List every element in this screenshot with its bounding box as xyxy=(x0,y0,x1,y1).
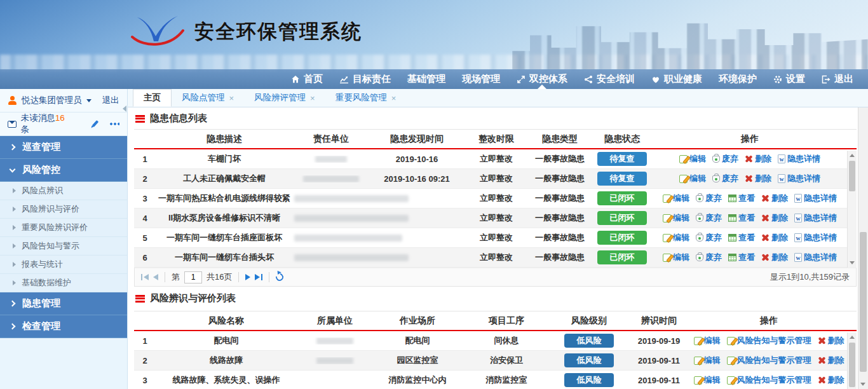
sidebar-subitem-risk-point[interactable]: 风险点辨识 xyxy=(0,182,127,200)
compose-pencil-icon[interactable] xyxy=(91,120,98,128)
view-link[interactable]: 查看 xyxy=(728,232,755,243)
close-icon[interactable]: × xyxy=(229,93,234,103)
page-scrollbar[interactable] xyxy=(858,107,868,389)
edit-link[interactable]: 编辑 xyxy=(663,212,689,224)
view-link[interactable]: 查看 xyxy=(728,212,755,224)
col-status: 隐患状态 xyxy=(592,133,653,145)
discard-link[interactable]: 废弃 xyxy=(696,212,722,224)
last-page-button[interactable] xyxy=(255,274,262,280)
sidebar-subitem-risk-identify[interactable]: 风险辨识与评价 xyxy=(0,200,127,219)
sidebar-logout-link[interactable]: 退出 xyxy=(102,95,119,106)
nav-item-base[interactable]: 基础管理 xyxy=(399,69,454,89)
scroll-thumb[interactable] xyxy=(849,161,855,191)
scroll-up-icon[interactable] xyxy=(848,333,857,341)
sidebar-subitem-reports[interactable]: 报表与统计 xyxy=(0,256,127,274)
delete-link[interactable]: 删除 xyxy=(818,374,844,386)
risk-notice-link[interactable]: 风险告知与警示管理 xyxy=(727,374,811,386)
edit-link[interactable]: 编辑 xyxy=(694,355,721,366)
nav-item-logout[interactable]: 退出 xyxy=(813,69,862,89)
risk-notice-link[interactable]: 风险告知与警示管理 xyxy=(727,335,811,346)
scroll-down-icon[interactable] xyxy=(848,259,857,267)
sidebar-item-risk-control[interactable]: 风险管控 xyxy=(0,159,127,182)
risk-notice-link[interactable]: 风险告知与警示管理 xyxy=(727,355,811,366)
edit-link[interactable]: 编辑 xyxy=(694,335,721,346)
delete-link[interactable]: 删除 xyxy=(818,335,844,346)
edit-link[interactable]: 编辑 xyxy=(679,153,706,165)
view-link[interactable]: 查看 xyxy=(728,193,755,204)
refresh-icon[interactable] xyxy=(275,272,285,283)
cell-unit-redacted xyxy=(293,215,369,222)
nav-item-site[interactable]: 现场管理 xyxy=(454,69,508,89)
edit-link[interactable]: 编辑 xyxy=(679,173,706,184)
nav-item-home[interactable]: 首页 xyxy=(283,69,331,89)
hazard-detail-link[interactable]: 隐患详情 xyxy=(794,232,837,243)
nav-item-target[interactable]: 目标责任 xyxy=(331,69,399,89)
close-icon[interactable]: × xyxy=(391,93,397,103)
hazard-detail-link[interactable]: 隐患详情 xyxy=(794,212,837,224)
user-dropdown-caret-icon[interactable] xyxy=(86,99,92,102)
document-icon xyxy=(778,154,785,163)
next-page-button[interactable] xyxy=(245,274,250,280)
risk-table-scrollbar[interactable] xyxy=(847,332,857,389)
status-badge: 已闭环 xyxy=(597,211,647,225)
nav-item-health[interactable]: 职业健康 xyxy=(643,69,710,89)
tab-risk-point[interactable]: 风险点管理× xyxy=(172,89,244,107)
delete-link[interactable]: 删除 xyxy=(761,232,788,243)
col-found-time: 隐患发现时间 xyxy=(369,133,465,145)
prev-page-button[interactable] xyxy=(153,274,158,280)
sidebar-item-inspection[interactable]: 检查管理 xyxy=(0,315,127,338)
tab-risk-identify[interactable]: 风险辨评管理× xyxy=(244,89,325,107)
edit-link[interactable]: 编辑 xyxy=(663,252,689,263)
nav-item-training[interactable]: 安全培训 xyxy=(576,69,643,89)
view-icon xyxy=(728,254,736,261)
page-scroll-down-icon[interactable] xyxy=(858,380,867,388)
nav-item-settings[interactable]: 设置 xyxy=(765,69,813,89)
discard-link[interactable]: 废弃 xyxy=(696,232,722,243)
tab-major-risk[interactable]: 重要风险管理× xyxy=(325,89,407,107)
edit-link[interactable]: 编辑 xyxy=(694,374,721,386)
discard-link[interactable]: 废弃 xyxy=(696,193,722,204)
discard-link[interactable]: 废弃 xyxy=(696,252,722,263)
discard-link[interactable]: 废弃 xyxy=(712,173,738,184)
delete-link[interactable]: 删除 xyxy=(745,173,771,184)
sidebar-subitem-risk-notice[interactable]: 风险告知与警示 xyxy=(0,237,127,256)
hazard-detail-link[interactable]: 隐患详情 xyxy=(794,252,837,263)
unread-messages-link[interactable]: 未读消息16条 xyxy=(21,113,69,135)
sidebar-subitem-major-risk[interactable]: 重要风险辨识评价 xyxy=(0,219,127,237)
discard-icon xyxy=(696,235,703,242)
hazard-detail-link[interactable]: 隐患详情 xyxy=(778,153,820,165)
more-options-icon[interactable] xyxy=(110,123,119,125)
edit-link[interactable]: 编辑 xyxy=(663,193,689,204)
sidebar-item-patrol[interactable]: 巡查管理 xyxy=(0,136,127,159)
delete-link[interactable]: 删除 xyxy=(818,355,844,366)
discard-link[interactable]: 废弃 xyxy=(712,153,738,165)
delete-link[interactable]: 删除 xyxy=(761,193,788,204)
page-scroll-thumb[interactable] xyxy=(860,232,867,372)
scroll-thumb[interactable] xyxy=(849,343,855,387)
nav-item-dual-control[interactable]: 双控体系 xyxy=(508,69,576,89)
cell-time: 2019-09-19 xyxy=(627,336,691,346)
user-name[interactable]: 悦达集团管理员 xyxy=(22,95,82,106)
view-link[interactable]: 查看 xyxy=(728,252,755,263)
close-icon[interactable]: × xyxy=(310,93,315,103)
sidebar-subitem-base-data[interactable]: 基础数据维护 xyxy=(0,274,127,292)
edit-link[interactable]: 编辑 xyxy=(663,232,689,243)
edit-icon xyxy=(663,194,671,203)
list-icon xyxy=(135,295,145,303)
hazard-detail-link[interactable]: 隐患详情 xyxy=(778,173,820,184)
col-level: 风险级别 xyxy=(551,315,627,327)
first-page-button[interactable] xyxy=(141,274,149,280)
cell-type: 一般事故隐患 xyxy=(528,173,592,184)
page-number-input[interactable] xyxy=(184,271,202,283)
delete-link[interactable]: 删除 xyxy=(761,212,788,224)
sidebar-item-hazard[interactable]: 隐患管理 xyxy=(0,292,127,315)
tab-home[interactable]: 主页 xyxy=(133,89,172,107)
scroll-up-icon[interactable] xyxy=(848,151,857,160)
sidebar-collapse-handle[interactable] xyxy=(123,106,126,112)
delete-link[interactable]: 删除 xyxy=(745,153,771,165)
delete-link[interactable]: 删除 xyxy=(761,252,788,263)
hazard-table-scrollbar[interactable] xyxy=(847,151,857,268)
nav-item-environment[interactable]: 环境保护 xyxy=(710,69,765,89)
hazard-detail-link[interactable]: 隐患详情 xyxy=(794,193,837,204)
gear-icon xyxy=(773,75,782,84)
